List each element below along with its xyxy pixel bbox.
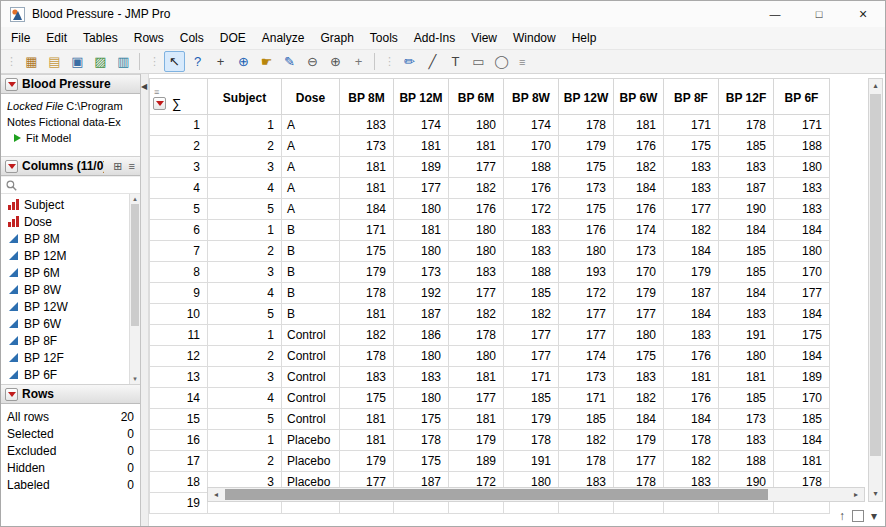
line-annotate-icon[interactable]: ╱ — [422, 51, 443, 72]
data-cell[interactable]: 180 — [394, 346, 449, 367]
data-cell[interactable]: 185 — [504, 388, 559, 409]
row-number-cell[interactable]: 5 — [150, 199, 208, 220]
data-cell[interactable]: 170 — [614, 262, 664, 283]
column-header-bp-8f[interactable]: BP 8F — [664, 79, 719, 115]
column-header-bp-6m[interactable]: BP 6M — [449, 79, 504, 115]
columns-menu-icon[interactable]: ≡ — [128, 160, 136, 172]
data-cell[interactable]: 170 — [504, 136, 559, 157]
data-cell[interactable]: 187 — [719, 178, 774, 199]
data-cell[interactable]: 181 — [340, 157, 394, 178]
data-cell[interactable]: Placebo — [282, 430, 340, 451]
data-cell[interactable]: 177 — [559, 304, 614, 325]
data-cell[interactable]: 2 — [208, 241, 282, 262]
data-cell[interactable]: 177 — [559, 325, 614, 346]
data-cell[interactable]: 184 — [614, 178, 664, 199]
data-cell[interactable]: 177 — [504, 325, 559, 346]
data-cell[interactable]: A — [282, 157, 340, 178]
data-cell[interactable]: 174 — [614, 220, 664, 241]
data-cell[interactable]: 3 — [208, 157, 282, 178]
data-cell[interactable]: 175 — [664, 136, 719, 157]
data-cell[interactable]: 179 — [449, 430, 504, 451]
data-cell[interactable]: 178 — [504, 430, 559, 451]
columns-scroll-down-icon[interactable]: ▾ — [133, 374, 137, 384]
columns-scroll-track[interactable] — [130, 204, 140, 374]
data-cell[interactable]: A — [282, 178, 340, 199]
data-cell[interactable]: 183 — [340, 115, 394, 136]
row-number-cell[interactable]: 6 — [150, 220, 208, 241]
row-number-cell[interactable]: 17 — [150, 451, 208, 472]
data-cell[interactable]: Control — [282, 325, 340, 346]
data-cell[interactable]: 175 — [340, 241, 394, 262]
data-cell[interactable]: 5 — [208, 199, 282, 220]
data-cell[interactable]: 170 — [774, 262, 830, 283]
data-cell[interactable]: 171 — [774, 115, 830, 136]
columns-scroll-thumb[interactable] — [131, 204, 139, 326]
menu-item-view[interactable]: View — [463, 28, 505, 48]
data-cell[interactable]: B — [282, 304, 340, 325]
data-cell[interactable]: 188 — [504, 157, 559, 178]
data-cell[interactable]: 181 — [394, 136, 449, 157]
data-cell[interactable]: 191 — [504, 451, 559, 472]
columns-scroll-up-icon[interactable]: ▴ — [133, 194, 137, 204]
columns-view-icon[interactable]: ⊞ — [112, 160, 123, 173]
data-cell[interactable]: 173 — [559, 178, 614, 199]
data-cell[interactable]: 173 — [559, 367, 614, 388]
data-cell[interactable]: 176 — [614, 199, 664, 220]
collapse-panels-icon[interactable]: ◀ — [141, 82, 147, 91]
columns-search[interactable] — [1, 176, 140, 194]
data-cell[interactable]: Control — [282, 388, 340, 409]
data-cell[interactable]: 182 — [449, 178, 504, 199]
scroll-up-icon[interactable]: ▴ — [869, 79, 882, 93]
data-cell[interactable]: 185 — [719, 241, 774, 262]
data-cell[interactable]: 180 — [449, 241, 504, 262]
data-cell[interactable]: 188 — [504, 262, 559, 283]
new-data-table-icon[interactable]: ▦ — [21, 51, 42, 72]
menu-item-tables[interactable]: Tables — [75, 28, 126, 48]
oval-annotate-icon[interactable]: ◯ — [491, 51, 512, 72]
column-header-dose[interactable]: Dose — [282, 79, 340, 115]
arrow-tool-icon[interactable]: ↖ — [164, 51, 185, 72]
layout-icon[interactable]: ▥ — [113, 51, 134, 72]
data-cell[interactable]: 170 — [774, 388, 830, 409]
data-cell[interactable]: 184 — [774, 220, 830, 241]
data-cell[interactable]: 181 — [340, 409, 394, 430]
data-cell[interactable]: 183 — [719, 304, 774, 325]
data-cell[interactable]: 189 — [394, 157, 449, 178]
columns-search-input[interactable] — [21, 179, 135, 191]
menu-item-analyze[interactable]: Analyze — [254, 28, 313, 48]
data-cell[interactable]: 181 — [394, 220, 449, 241]
data-cell[interactable]: 181 — [719, 367, 774, 388]
data-cell[interactable]: 180 — [719, 346, 774, 367]
data-cell[interactable]: 185 — [719, 388, 774, 409]
row-number-cell[interactable]: 18 — [150, 472, 208, 493]
annotate-pencil-icon[interactable]: ✏ — [399, 51, 420, 72]
data-cell[interactable]: 178 — [559, 115, 614, 136]
data-cell[interactable]: 183 — [449, 262, 504, 283]
data-cell[interactable]: 175 — [614, 346, 664, 367]
vscroll-thumb[interactable] — [870, 94, 881, 456]
data-cell[interactable]: 177 — [614, 451, 664, 472]
data-cell[interactable]: 2 — [208, 346, 282, 367]
data-cell[interactable]: 179 — [559, 136, 614, 157]
data-cell[interactable]: 185 — [719, 262, 774, 283]
scroll-to-top-icon[interactable]: ↑ — [839, 509, 845, 523]
data-cell[interactable]: 180 — [394, 388, 449, 409]
hscroll-thumb[interactable] — [225, 489, 768, 500]
data-cell[interactable]: 1 — [208, 430, 282, 451]
rect-annotate-icon[interactable]: ▭ — [468, 51, 489, 72]
table-menu-icon[interactable] — [153, 97, 166, 110]
data-cell[interactable]: 178 — [340, 283, 394, 304]
data-cell[interactable]: 4 — [208, 283, 282, 304]
data-cell[interactable]: 177 — [449, 388, 504, 409]
data-cell[interactable]: 177 — [614, 304, 664, 325]
rows-panel-menu-icon[interactable] — [5, 388, 18, 401]
open-file-icon[interactable]: ▤ — [44, 51, 65, 72]
row-number-cell[interactable]: 13 — [150, 367, 208, 388]
data-cell[interactable]: Control — [282, 409, 340, 430]
data-cell[interactable]: 184 — [774, 346, 830, 367]
data-cell[interactable]: A — [282, 115, 340, 136]
table-panel-menu-icon[interactable] — [5, 78, 18, 91]
data-cell[interactable]: 171 — [504, 367, 559, 388]
data-cell[interactable]: B — [282, 241, 340, 262]
row-number-cell[interactable]: 9 — [150, 283, 208, 304]
